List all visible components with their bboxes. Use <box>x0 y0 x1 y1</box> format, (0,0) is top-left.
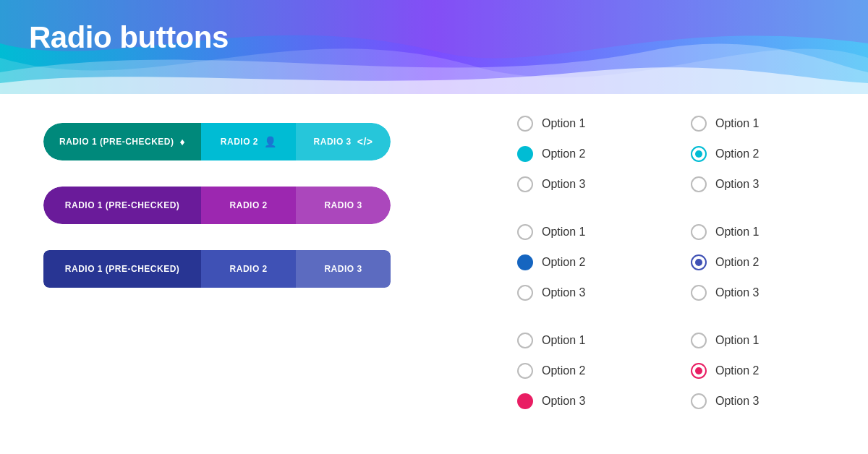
option-label: Option 2 <box>542 364 585 377</box>
purple-radio-group: RADIO 1 (PRE-CHECKED) RADIO 2 RADIO 3 <box>43 187 391 224</box>
option-1b-2[interactable]: Option 2 <box>691 139 821 169</box>
option-label: Option 1 <box>715 334 759 347</box>
teal-radio-group: RADIO 1 (PRE-CHECKED) ♦ RADIO 2 👤 RADIO … <box>43 123 391 160</box>
option-label: Option 2 <box>715 364 759 377</box>
purple-radio-btn-1[interactable]: RADIO 1 (PRE-CHECKED) <box>43 187 201 224</box>
radio-options-right: Option 1 Option 2 Option 3 Option 1 <box>691 108 821 440</box>
option-label: Option 1 <box>542 334 585 347</box>
radio-circle <box>517 116 533 132</box>
option-2a-3[interactable]: Option 3 <box>517 278 647 308</box>
radio-circle-selected <box>691 363 707 379</box>
radio-circle-selected <box>517 254 533 270</box>
option-3b-3[interactable]: Option 3 <box>691 386 821 416</box>
page-title: Radio buttons <box>29 20 229 55</box>
blue-radio-group: RADIO 1 (PRE-CHECKED) RADIO 2 RADIO 3 <box>43 250 391 288</box>
radio-circle <box>691 393 707 409</box>
radio-label: RADIO 1 (PRE-CHECKED) <box>65 264 180 274</box>
radio-circle-selected <box>517 393 533 409</box>
option-label: Option 3 <box>542 395 585 408</box>
option-3b-1[interactable]: Option 1 <box>691 325 821 356</box>
option-1a-1[interactable]: Option 1 <box>517 108 647 139</box>
option-2a-2[interactable]: Option 2 <box>517 247 647 278</box>
option-3b-2[interactable]: Option 2 <box>691 356 821 386</box>
teal-radio-btn-3[interactable]: RADIO 3 </> <box>296 123 391 160</box>
option-label: Option 1 <box>715 226 759 239</box>
blue-radio-btn-2[interactable]: RADIO 2 <box>201 250 296 288</box>
option-group-2a: Option 1 Option 2 Option 3 <box>517 217 647 308</box>
option-3a-3[interactable]: Option 3 <box>517 386 647 416</box>
option-3a-2[interactable]: Option 2 <box>517 356 647 386</box>
radio-circle <box>691 176 707 192</box>
option-label: Option 1 <box>715 117 759 130</box>
radio-circle <box>691 116 707 132</box>
option-1b-3[interactable]: Option 3 <box>691 169 821 200</box>
option-1a-2[interactable]: Option 2 <box>517 139 647 169</box>
radio-circle <box>517 176 533 192</box>
radio-label: RADIO 1 (PRE-CHECKED) <box>59 137 174 147</box>
right-panel: Option 1 Option 2 Option 3 Option 1 <box>470 94 868 454</box>
option-label: Option 3 <box>542 286 585 299</box>
radio-label: RADIO 2 <box>230 264 268 274</box>
option-label: Option 2 <box>542 147 585 160</box>
option-2b-2[interactable]: Option 2 <box>691 247 821 278</box>
purple-radio-btn-2[interactable]: RADIO 2 <box>201 187 296 224</box>
radio-circle <box>691 333 707 348</box>
radio-circle <box>691 285 707 301</box>
radio-circle-selected <box>691 146 707 162</box>
left-panel: RADIO 1 (PRE-CHECKED) ♦ RADIO 2 👤 RADIO … <box>0 94 470 454</box>
radio-label: RADIO 3 <box>324 264 362 274</box>
radio-circle <box>517 333 533 348</box>
radio-circle-selected <box>517 146 533 162</box>
option-group-1a: Option 1 Option 2 Option 3 <box>517 108 647 200</box>
radio-label: RADIO 2 <box>230 200 268 210</box>
option-2a-1[interactable]: Option 1 <box>517 217 647 247</box>
option-3a-1[interactable]: Option 1 <box>517 325 647 356</box>
radio-circle <box>691 224 707 240</box>
option-label: Option 1 <box>542 117 585 130</box>
option-group-3b: Option 1 Option 2 Option 3 <box>691 325 821 416</box>
radio-label: RADIO 2 <box>221 137 258 147</box>
radio-circle <box>517 363 533 379</box>
radio-circle-selected <box>691 254 707 270</box>
user-icon: 👤 <box>264 136 277 147</box>
option-label: Option 2 <box>715 147 759 160</box>
radio-label: RADIO 1 (PRE-CHECKED) <box>65 200 180 210</box>
option-1a-3[interactable]: Option 3 <box>517 169 647 200</box>
option-label: Option 3 <box>715 395 759 408</box>
option-label: Option 3 <box>542 178 585 191</box>
option-2b-1[interactable]: Option 1 <box>691 217 821 247</box>
option-group-3a: Option 1 Option 2 Option 3 <box>517 325 647 416</box>
option-label: Option 3 <box>715 286 759 299</box>
code-icon: </> <box>357 136 373 147</box>
radio-circle <box>517 224 533 240</box>
option-1b-1[interactable]: Option 1 <box>691 108 821 139</box>
radio-label: RADIO 3 <box>324 200 362 210</box>
blue-radio-btn-1[interactable]: RADIO 1 (PRE-CHECKED) <box>43 250 201 288</box>
diamond-icon: ♦ <box>180 136 186 147</box>
option-2b-3[interactable]: Option 3 <box>691 278 821 308</box>
radio-circle <box>517 285 533 301</box>
option-group-1b: Option 1 Option 2 Option 3 <box>691 108 821 200</box>
radio-label: RADIO 3 <box>314 137 352 147</box>
option-label: Option 1 <box>542 226 585 239</box>
radio-options-left: Option 1 Option 2 Option 3 Option 1 <box>517 108 647 440</box>
teal-radio-btn-1[interactable]: RADIO 1 (PRE-CHECKED) ♦ <box>43 123 201 160</box>
teal-radio-btn-2[interactable]: RADIO 2 👤 <box>201 123 296 160</box>
option-group-2b: Option 1 Option 2 Option 3 <box>691 217 821 308</box>
purple-radio-btn-3[interactable]: RADIO 3 <box>296 187 391 224</box>
blue-radio-btn-3[interactable]: RADIO 3 <box>296 250 391 288</box>
option-label: Option 2 <box>715 256 759 269</box>
option-label: Option 2 <box>542 256 585 269</box>
option-label: Option 3 <box>715 178 759 191</box>
main-content: RADIO 1 (PRE-CHECKED) ♦ RADIO 2 👤 RADIO … <box>0 94 868 454</box>
